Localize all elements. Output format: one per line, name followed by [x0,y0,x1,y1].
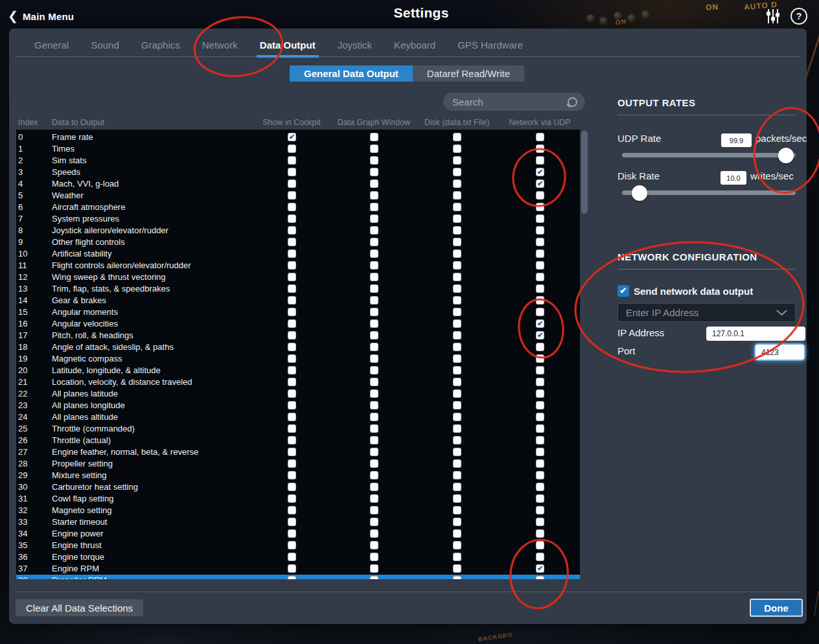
checkbox-disk-file[interactable] [453,319,461,328]
table-row[interactable]: 16Angular velocities✔ [16,318,580,330]
checkbox-show-in-cockpit[interactable] [288,529,296,538]
disk-rate-slider-handle[interactable] [632,185,647,201]
checkbox-data-graph-window[interactable] [370,436,378,444]
done-button[interactable]: Done [750,599,803,617]
checkbox-show-in-cockpit[interactable] [288,378,296,386]
tab-sound[interactable]: Sound [80,34,130,56]
checkbox-network-via-udp[interactable] [536,156,544,165]
udp-rate-slider-handle[interactable] [778,148,794,163]
table-row[interactable]: 31Cowl flap setting [16,493,580,505]
ip-address-input[interactable]: 127.0.0.1 [706,327,805,341]
checkbox-network-via-udp[interactable] [536,308,544,316]
table-row[interactable]: 12Wing sweep & thrust vectoring [16,271,580,283]
back-to-main-menu-button[interactable]: ❮ Main Menu [8,10,74,23]
checkbox-disk-file[interactable] [453,494,461,503]
checkbox-disk-file[interactable] [453,529,461,538]
table-row[interactable]: 17Pitch, roll, & headings✔ [16,330,580,341]
checkbox-network-via-udp[interactable] [536,541,544,549]
table-row[interactable]: 7System pressures [16,213,580,225]
checkbox-data-graph-window[interactable] [370,308,378,316]
checkbox-disk-file[interactable] [453,296,461,305]
checkbox-network-via-udp[interactable] [536,471,544,479]
checkbox-show-in-cockpit[interactable] [288,144,296,153]
checkbox-show-in-cockpit[interactable] [288,436,296,444]
checkbox-network-via-udp[interactable] [536,553,544,561]
checkbox-network-via-udp[interactable] [536,576,544,579]
table-row[interactable]: 10Artificial stability [16,248,580,260]
table-row[interactable]: 30Carburetor heat setting [16,481,580,493]
checkbox-disk-file[interactable] [453,179,461,188]
udp-rate-slider[interactable] [622,153,796,157]
checkbox-network-via-udp[interactable] [536,518,544,526]
checkbox-network-via-udp[interactable] [536,413,544,421]
table-row[interactable]: 15Angular moments [16,306,580,318]
checkbox-disk-file[interactable] [453,261,461,270]
table-scrollbar[interactable] [581,131,588,577]
table-row[interactable]: 23All planes longitude [16,400,580,411]
checkbox-network-via-udp[interactable] [536,424,544,433]
checkbox-disk-file[interactable] [453,506,461,514]
checkbox-show-in-cockpit[interactable] [288,518,296,526]
table-row[interactable]: 13Trim, flap, stats, & speedbrakes [16,283,580,295]
checkbox-disk-file[interactable] [453,448,461,456]
ip-address-dropdown[interactable]: Enter IP Address [617,303,796,322]
checkbox-data-graph-window[interactable] [370,529,378,538]
checkbox-show-in-cockpit[interactable] [288,541,296,549]
table-row[interactable]: 18Angle of attack, sideslip, & paths [16,341,580,353]
checkbox-disk-file[interactable] [453,483,461,491]
table-row[interactable]: 38Propeller RPM [16,575,580,579]
checkbox-data-graph-window[interactable] [370,168,378,176]
checkbox-show-in-cockpit[interactable] [288,424,296,433]
checkbox-disk-file[interactable] [453,389,461,398]
checkbox-disk-file[interactable] [453,156,461,165]
checkbox-data-graph-window[interactable] [370,191,378,200]
checkbox-show-in-cockpit[interactable] [288,296,296,305]
checkbox-disk-file[interactable] [453,576,461,579]
checkbox-data-graph-window[interactable] [370,179,378,188]
checkbox-disk-file[interactable] [453,424,461,433]
checkbox-show-in-cockpit[interactable] [288,203,296,211]
checkbox-network-via-udp[interactable]: ✔ [536,168,544,176]
checkbox-data-graph-window[interactable] [370,366,378,374]
checkbox-data-graph-window[interactable] [370,273,378,281]
table-row[interactable]: 26Throttle (actual) [16,435,580,446]
checkbox-disk-file[interactable] [453,203,461,211]
checkbox-data-graph-window[interactable] [370,459,378,468]
table-row[interactable]: 5Weather [16,190,580,201]
checkbox-disk-file[interactable] [453,553,461,561]
table-row[interactable]: 4Mach, VVI, g-load✔ [16,178,580,190]
checkbox-show-in-cockpit[interactable] [288,191,296,200]
checkbox-show-in-cockpit[interactable] [288,343,296,351]
tab-graphics[interactable]: Graphics [130,34,191,56]
checkbox-network-via-udp[interactable] [536,249,544,258]
help-icon[interactable]: ? [790,8,807,25]
checkbox-show-in-cockpit[interactable] [288,308,296,316]
table-row[interactable]: 3Speeds✔ [16,167,580,178]
checkbox-show-in-cockpit[interactable] [288,483,296,491]
checkbox-data-graph-window[interactable] [370,331,378,339]
scrollbar-thumb[interactable] [581,131,588,214]
checkbox-network-via-udp[interactable] [536,436,544,444]
checkbox-show-in-cockpit[interactable] [288,238,296,246]
checkbox-show-in-cockpit[interactable] [288,331,296,339]
checkbox-disk-file[interactable] [453,144,461,153]
checkbox-data-graph-window[interactable] [370,203,378,211]
disk-rate-slider[interactable] [622,190,796,195]
checkbox-show-in-cockpit[interactable] [288,179,296,188]
table-row[interactable]: 32Magneto setting [16,505,580,516]
checkbox-data-graph-window[interactable] [370,296,378,305]
send-network-data-checkbox[interactable]: ✔ [617,285,629,297]
disk-rate-value-input[interactable]: 10.0 [721,171,746,185]
table-row[interactable]: 2Sim stats [16,155,580,167]
table-row[interactable]: 11Flight controls aileron/elevator/rudde… [16,260,580,271]
checkbox-network-via-udp[interactable] [536,144,544,153]
table-row[interactable]: 35Engine thrust [16,540,580,551]
checkbox-show-in-cockpit[interactable] [288,261,296,270]
checkbox-show-in-cockpit[interactable]: ✔ [288,133,296,141]
table-row[interactable]: 22All planes latitude [16,388,580,400]
checkbox-disk-file[interactable] [453,471,461,479]
table-row[interactable]: 29Mixture setting [16,470,580,481]
checkbox-show-in-cockpit[interactable] [288,214,296,223]
checkbox-show-in-cockpit[interactable] [288,413,296,421]
checkbox-show-in-cockpit[interactable] [288,401,296,409]
